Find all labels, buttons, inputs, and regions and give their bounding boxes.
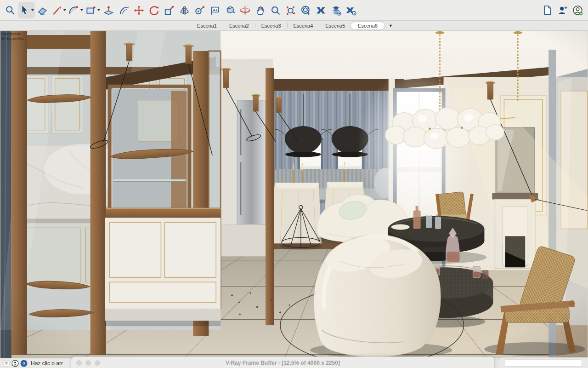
vray-render-button[interactable] (313, 2, 328, 18)
pan-tool-button[interactable] (253, 2, 268, 18)
eraser-icon (37, 5, 48, 16)
vray-asset-editor-button[interactable] (298, 2, 313, 18)
tab-escena1[interactable]: Escena1 (191, 22, 223, 29)
main-toolbar: A1 (0, 0, 588, 21)
rotate-icon (148, 5, 160, 16)
toolbar-right-group (540, 2, 585, 18)
vray-frame-buffer-button[interactable] (328, 2, 344, 18)
camera-mode-label: Perspectiva de dos puntos (1, 32, 24, 40)
model-viewport[interactable]: Perspectiva de dos puntos (0, 31, 588, 358)
tab-escena5[interactable]: Escena5 (319, 22, 351, 29)
push-pull-icon (103, 5, 114, 16)
offset-icon (118, 5, 130, 16)
render-image[interactable] (0, 31, 588, 358)
tab-escena3[interactable]: Escena3 (255, 22, 287, 29)
flip-icon (179, 5, 190, 16)
arc-tool-button[interactable] (67, 2, 84, 18)
text-tool-button[interactable]: A1 (207, 2, 222, 18)
scene-tabs-bar: Escena1 Escena2 Escena3 Escena4 Escena5 … (0, 21, 588, 31)
vray-frame-buffer-window[interactable]: V-Ray Frame Buffer - [12.5% of 4000 x 22… (71, 356, 495, 368)
svg-text:?: ? (23, 361, 25, 366)
vray-interactive-render-button[interactable] (344, 2, 359, 18)
dropdown-caret (97, 9, 100, 11)
orbit-tool-button[interactable] (237, 2, 253, 18)
vignette (0, 31, 588, 358)
zoom-tool-button[interactable] (268, 2, 283, 18)
vray-logo-icon (315, 5, 327, 16)
scale-icon (164, 5, 175, 16)
search-tool-button[interactable] (3, 2, 18, 18)
tab-escena4[interactable]: Escena4 (288, 22, 319, 29)
eraser-tool-button[interactable] (35, 2, 50, 18)
scene-tabs-overflow-button[interactable]: ▼ (384, 23, 397, 29)
select-tool-button[interactable] (18, 2, 35, 18)
pencil-icon (51, 5, 62, 16)
offset-tool-button[interactable] (116, 2, 131, 18)
dropdown-caret (63, 9, 66, 11)
scale-tool-button[interactable] (162, 2, 177, 18)
add-collaborator-icon (557, 5, 568, 16)
frame-buffer-title: V-Ray Frame Buffer - [12.5% of 4000 x 22… (71, 360, 494, 366)
account-button[interactable] (570, 2, 585, 18)
rotate-tool-button[interactable] (147, 2, 162, 18)
zoom-extents-icon (285, 5, 296, 16)
rectangle-tool-button[interactable] (84, 2, 101, 18)
select-arrow-icon (19, 5, 30, 16)
tab-escena2[interactable]: Escena2 (223, 22, 255, 29)
paint-bucket-icon (224, 5, 236, 16)
zoom-extents-tool-button[interactable] (283, 2, 298, 18)
vray-interactive-render-icon (345, 5, 357, 16)
paint-bucket-tool-button[interactable] (222, 2, 237, 18)
flip-tool-button[interactable] (177, 2, 192, 18)
status-hint-text: Haz clic o arr (31, 360, 63, 367)
tab-escena6-active[interactable]: Escena6 (351, 22, 384, 29)
new-document-icon (542, 5, 553, 16)
add-collaborator-button[interactable] (555, 2, 570, 18)
zoom-icon (270, 5, 281, 16)
svg-text:A1: A1 (213, 7, 218, 12)
text-label-icon: A1 (209, 5, 220, 16)
move-icon (133, 5, 145, 16)
credits-icon[interactable] (11, 360, 19, 367)
orbit-icon (239, 5, 251, 16)
tape-measure-tool-button[interactable] (192, 2, 207, 18)
dropdown-caret (80, 9, 83, 11)
dropdown-caret (31, 9, 34, 11)
help-icon[interactable]: ? (20, 360, 28, 367)
rectangle-icon (85, 5, 96, 16)
account-icon (572, 5, 583, 16)
measurements-panel (498, 357, 588, 368)
search-icon (5, 5, 16, 16)
vray-frame-buffer-icon (330, 5, 342, 16)
measurements-input[interactable] (505, 359, 582, 367)
vray-asset-editor-icon (300, 5, 311, 16)
push-pull-tool-button[interactable] (101, 2, 116, 18)
pan-hand-icon (254, 5, 266, 16)
tape-measure-icon (194, 5, 205, 16)
new-document-button[interactable] (540, 2, 555, 18)
move-tool-button[interactable] (131, 2, 147, 18)
arc-icon (68, 5, 79, 16)
geolocation-icon[interactable] (3, 360, 10, 367)
line-tool-button[interactable] (50, 2, 67, 18)
